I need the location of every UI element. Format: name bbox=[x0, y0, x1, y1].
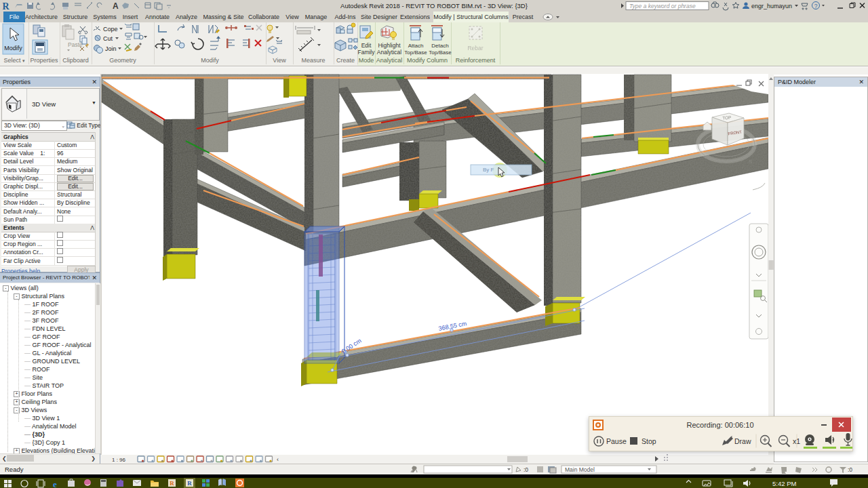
svg-text::0: :0 bbox=[848, 466, 852, 473]
svg-text:Type a keyword or phrase: Type a keyword or phrase bbox=[629, 3, 696, 9]
svg-text:Analytical: Analytical bbox=[377, 49, 401, 56]
svg-text:Pause: Pause bbox=[606, 437, 627, 445]
svg-text:Edit: Edit bbox=[361, 42, 372, 49]
svg-text:Draw: Draw bbox=[734, 437, 751, 445]
svg-text:Attach: Attach bbox=[408, 43, 424, 49]
svg-text:Join: Join bbox=[105, 45, 117, 52]
svg-text:Highlight: Highlight bbox=[378, 42, 401, 49]
svg-text:Autodesk Revit 2018 - REVIT: Autodesk Revit 2018 - REVIT TO ROBOT BIM… bbox=[340, 2, 528, 9]
svg-text:R: R bbox=[170, 480, 174, 487]
svg-text:R: R bbox=[187, 480, 192, 487]
svg-text:Stop: Stop bbox=[642, 437, 656, 445]
svg-text:5:42 PM: 5:42 PM bbox=[772, 480, 796, 487]
svg-text:By F: By F bbox=[483, 167, 494, 173]
svg-text:S: S bbox=[749, 159, 752, 165]
svg-text:Detach: Detach bbox=[431, 43, 448, 49]
svg-text:Rebar: Rebar bbox=[467, 45, 483, 52]
svg-text:Top/Base: Top/Base bbox=[404, 49, 427, 56]
svg-text:?: ? bbox=[814, 3, 818, 9]
svg-text:TOP: TOP bbox=[722, 115, 732, 121]
svg-text:A: A bbox=[113, 1, 119, 11]
svg-text::0: :0 bbox=[524, 466, 528, 473]
svg-text:‹: ‹ bbox=[277, 456, 279, 463]
svg-text:1 : 96: 1 : 96 bbox=[112, 457, 126, 463]
svg-text:x1: x1 bbox=[793, 437, 800, 445]
svg-text:Cut: Cut bbox=[103, 35, 113, 42]
svg-text:Main Model: Main Model bbox=[565, 466, 595, 473]
svg-text:Family: Family bbox=[357, 49, 375, 56]
svg-text:e: e bbox=[53, 479, 57, 488]
svg-text:Recording: 00:06:10: Recording: 00:06:10 bbox=[686, 421, 753, 429]
svg-text:engr_humayun: engr_humayun bbox=[751, 3, 792, 9]
svg-text:Cope: Cope bbox=[103, 26, 118, 33]
svg-text:R: R bbox=[2, 1, 9, 12]
svg-text:Modify: Modify bbox=[4, 45, 22, 52]
svg-text:Top/Base: Top/Base bbox=[429, 49, 452, 56]
